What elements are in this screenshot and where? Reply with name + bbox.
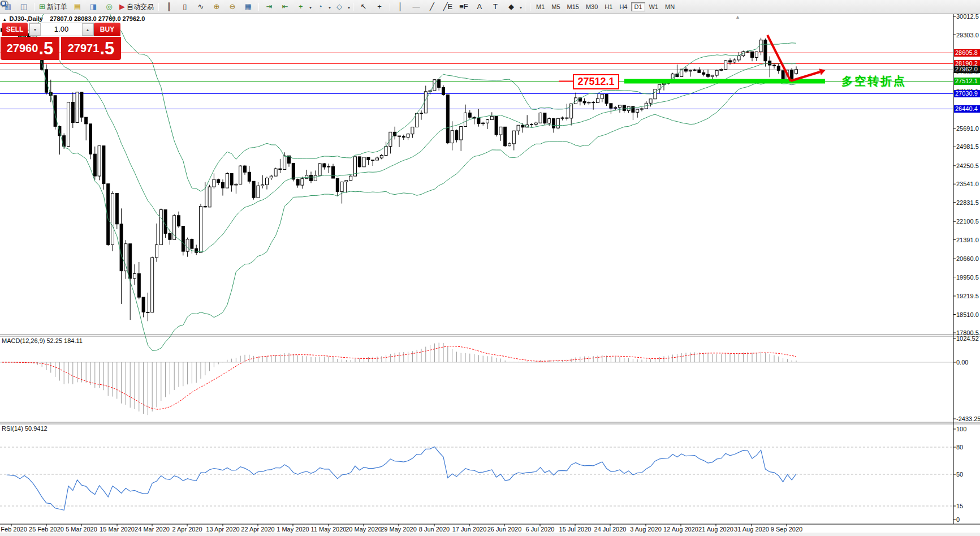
indicator-tick: 100: [956, 426, 966, 432]
date-label: 12 Aug 2020: [663, 526, 698, 533]
cursor-icon: ↖: [361, 2, 367, 12]
text-tool-icon: A: [477, 2, 482, 12]
label-tool-icon: T: [493, 2, 498, 12]
crosshair-button[interactable]: +: [372, 1, 387, 13]
cursor-button[interactable]: ↖: [356, 1, 371, 13]
timeframe-d1[interactable]: D1: [631, 2, 645, 11]
arrows-tool-button[interactable]: ◆: [504, 1, 519, 13]
indicator-tick: 80: [956, 444, 963, 451]
timeframe-m30[interactable]: M30: [583, 2, 601, 11]
date-label: 13 Apr 2020: [206, 526, 239, 533]
dropdown-caret-icon[interactable]: ▾: [329, 5, 331, 10]
zoom-out-button[interactable]: ⊖: [225, 1, 240, 13]
indicator-tick: 1024.52: [956, 335, 979, 342]
price-tick: 29303.0: [956, 32, 979, 38]
price-badge: 26440.4: [954, 105, 980, 113]
buy-price-button[interactable]: 27971 .5: [61, 37, 121, 60]
line-chart-button[interactable]: ∿: [193, 1, 208, 13]
date-label: 25 Feb 2020: [29, 526, 64, 533]
price-tick: 30012.5: [956, 13, 979, 20]
sell-button[interactable]: SELL: [2, 23, 28, 36]
autotrading-icon: ▶: [119, 2, 125, 12]
dropdown-caret-icon[interactable]: ▾: [309, 5, 312, 10]
ohlc-values: 27807.0 28083.0 27769.0 27962.0: [50, 15, 145, 22]
indicators-button[interactable]: +: [293, 1, 308, 13]
toolbar-separator: [390, 3, 390, 11]
price-tick: 18510.0: [956, 311, 979, 318]
auto-scroll-button[interactable]: ⇥: [262, 1, 277, 13]
volume-decrease-button[interactable]: ▼: [29, 23, 41, 36]
sell-price-main: 27960: [7, 42, 38, 55]
dropdown-caret-icon[interactable]: ▾: [348, 5, 350, 10]
sell-price-frac: .5: [38, 38, 53, 59]
price-annotation-box[interactable]: 27512.1: [573, 74, 619, 89]
volume-input[interactable]: 1.00: [41, 23, 82, 36]
horizontal-line-tool-icon: —: [412, 2, 420, 12]
timeframe-w1[interactable]: W1: [646, 2, 662, 11]
new-order-label: 新订单: [47, 2, 67, 12]
timeframe-h4[interactable]: H4: [616, 2, 630, 11]
timeframe-m15[interactable]: M15: [564, 2, 582, 11]
price-tick: 20660.0: [956, 255, 979, 262]
zoom-in-icon: ⊕: [213, 2, 219, 12]
market-watch-button[interactable]: ▤: [70, 1, 85, 13]
date-label: 3 Aug 2020: [630, 526, 662, 533]
sell-price-button[interactable]: 27960 .5: [1, 37, 59, 60]
label-tool-button[interactable]: T: [488, 1, 503, 13]
timeframe-m1[interactable]: M1: [533, 2, 547, 11]
indicators-icon: +: [299, 2, 303, 12]
timeframe-m5[interactable]: M5: [549, 2, 563, 11]
price-tick: 22100.5: [956, 218, 979, 225]
bar-chart-button[interactable]: ║: [162, 1, 176, 13]
chart-objects-button[interactable]: ◇: [332, 1, 347, 13]
price-tick: 21391.0: [956, 237, 979, 243]
dropdown-caret-icon[interactable]: ▾: [520, 5, 522, 10]
price-tick: 22831.5: [956, 199, 979, 206]
indicator-tick: 0.00: [956, 359, 968, 366]
date-label: 1 May 2020: [277, 526, 309, 533]
channel-tool-button[interactable]: ╱E: [441, 1, 455, 13]
signals-button[interactable]: ◎: [102, 1, 116, 13]
navigator-icon: ◨: [90, 2, 97, 12]
new-order-icon: ⊞: [39, 2, 45, 12]
indicator-tick: 50: [956, 471, 963, 478]
date-label: 2 Apr 2020: [172, 526, 202, 533]
chart-shift-button[interactable]: ⇤: [278, 1, 292, 13]
timeframe-mn[interactable]: MN: [662, 2, 677, 11]
chart-shift-marker-icon: ▲: [735, 14, 740, 20]
volume-increase-button[interactable]: ▲: [82, 23, 93, 36]
price-badge: 27512.1: [954, 78, 980, 85]
date-label: 21 Aug 2020: [698, 526, 733, 533]
vertical-line-tool-button[interactable]: │: [393, 1, 408, 13]
date-label: 29 May 2020: [381, 526, 417, 533]
indicator-tick: 0: [956, 516, 960, 523]
text-tool-button[interactable]: A: [472, 1, 487, 13]
toolbar-separator: [353, 3, 353, 11]
bar-chart-icon: ║: [166, 2, 171, 12]
autotrading-button[interactable]: ▶自动交易: [118, 1, 156, 13]
toolbar-separator: [34, 3, 34, 11]
toolbar-separator: [158, 3, 159, 11]
buy-button[interactable]: BUY: [94, 23, 120, 36]
zoom-in-button[interactable]: ⊕: [209, 1, 224, 13]
arrows-tool-icon: ◆: [508, 2, 514, 12]
fibonacci-tool-button[interactable]: ≡F: [456, 1, 471, 13]
profiles-button[interactable]: ◫: [16, 1, 31, 13]
chart-canvas[interactable]: [0, 0, 980, 536]
date-label: 24 Mar 2020: [135, 526, 170, 533]
trading-terminal: { "app": {"symbol_title": "DJ30-,Daily",…: [0, 0, 980, 536]
new-order-button[interactable]: ⊞新订单: [37, 1, 69, 13]
navigator-button[interactable]: ◨: [86, 1, 101, 13]
horizontal-line-tool-button[interactable]: —: [409, 1, 424, 13]
trendline-tool-button[interactable]: ╱: [425, 1, 439, 13]
timeframe-h1[interactable]: H1: [602, 2, 615, 11]
date-label: 9 Sep 2020: [771, 526, 802, 533]
candlestick-chart-button[interactable]: ▯: [178, 1, 192, 13]
market-watch-icon: ▤: [74, 2, 81, 12]
cycles-button[interactable]: ◔: [313, 1, 327, 13]
symbol-marker-icon: ▴: [3, 16, 6, 22]
tile-windows-button[interactable]: ▦: [241, 1, 256, 13]
date-label: 6 Jul 2020: [526, 526, 555, 533]
chat-icon[interactable]: [0, 0, 10, 8]
profiles-icon: ◫: [20, 2, 27, 12]
